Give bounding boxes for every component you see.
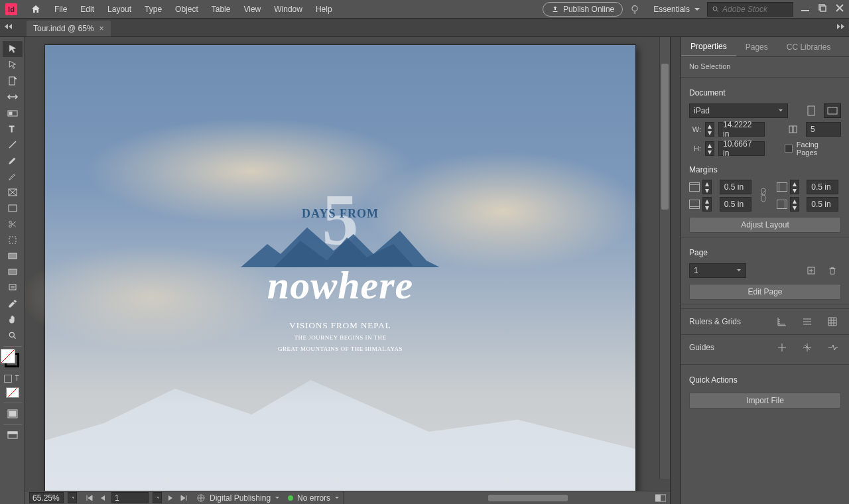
margin-top-field[interactable]: 0.5 in (720, 180, 751, 194)
margin-left-field[interactable]: 0.5 in (807, 180, 838, 194)
pages-count-field[interactable]: 5 (806, 122, 841, 137)
import-file-button[interactable]: Import File (689, 393, 841, 409)
next-page-button[interactable] (166, 495, 175, 501)
zoom-tool[interactable] (3, 328, 23, 344)
zoom-dropdown[interactable] (68, 492, 77, 503)
tab-cc-libraries[interactable]: CC Libraries (777, 37, 840, 56)
direct-selection-tool[interactable] (3, 57, 23, 73)
svg-point-0 (632, 5, 637, 11)
fill-stroke-swatch[interactable] (3, 349, 23, 372)
screen-mode-toggle[interactable] (3, 428, 23, 444)
tab-properties[interactable]: Properties (681, 37, 736, 56)
type-tool[interactable]: T (3, 121, 23, 137)
link-margins-icon[interactable] (759, 187, 771, 205)
free-transform-tool[interactable] (3, 232, 23, 248)
new-page-icon[interactable] (803, 263, 820, 278)
tab-pages[interactable]: Pages (736, 37, 777, 56)
prev-page-button[interactable] (98, 495, 107, 501)
page-number-field[interactable]: 1 (111, 492, 149, 503)
adobe-stock-search[interactable] (707, 2, 793, 17)
margin-bottom-icon (689, 200, 700, 209)
workspace-switcher[interactable]: Essentials (647, 5, 707, 14)
rulers-icon[interactable] (773, 314, 791, 329)
document-tab[interactable]: Tour.indd @ 65% × (27, 21, 111, 36)
hand-tool[interactable] (3, 312, 23, 328)
tips-icon[interactable] (623, 0, 647, 19)
edit-page-button[interactable]: Edit Page (689, 284, 841, 300)
snap-guides-icon[interactable] (824, 340, 841, 355)
right-panel-toggle-icon[interactable] (837, 23, 845, 32)
preflight-status[interactable]: No errors (284, 491, 344, 505)
menu-table[interactable]: Table (205, 0, 237, 19)
home-icon[interactable] (24, 0, 48, 19)
stock-search-input[interactable] (722, 5, 782, 14)
width-spinner[interactable]: ▴▾ (705, 122, 714, 137)
close-tab-icon[interactable]: × (99, 24, 104, 33)
guides-show-icon[interactable] (773, 340, 791, 355)
vertical-scrollbar[interactable] (659, 37, 670, 479)
margin-bottom-spinner[interactable]: ▴▾ (702, 197, 712, 212)
note-tool[interactable] (3, 280, 23, 296)
pen-tool[interactable] (3, 153, 23, 168)
page-tool[interactable] (3, 73, 23, 89)
gradient-feather-tool[interactable] (3, 264, 23, 280)
content-collector-tool[interactable] (3, 105, 23, 121)
orientation-portrait-button[interactable] (803, 103, 820, 118)
menu-window[interactable]: Window (267, 0, 309, 19)
status-flyout[interactable] (344, 491, 353, 505)
smart-guides-icon[interactable] (799, 340, 816, 355)
menu-help[interactable]: Help (309, 0, 339, 19)
apply-color[interactable] (3, 385, 23, 400)
height-field[interactable]: 10.6667 in (718, 141, 765, 156)
height-spinner[interactable]: ▴▾ (705, 141, 714, 156)
menu-layout[interactable]: Layout (101, 0, 138, 19)
margin-bottom-field[interactable]: 0.5 in (720, 197, 751, 212)
intent-selector[interactable]: Digital Publishing (192, 491, 284, 505)
adjust-layout-button[interactable]: Adjust Layout (689, 217, 841, 233)
margin-top-spinner[interactable]: ▴▾ (702, 180, 712, 194)
baseline-grid-icon[interactable] (799, 314, 816, 329)
page-select-dropdown[interactable]: 1 (689, 263, 746, 278)
rectangle-frame-tool[interactable] (3, 184, 23, 200)
rectangle-tool[interactable] (3, 200, 23, 216)
last-page-button[interactable] (179, 495, 188, 501)
margin-right-field[interactable]: 0.5 in (807, 197, 838, 212)
split-view-toggle[interactable] (651, 491, 670, 505)
maximize-button[interactable] (818, 4, 826, 14)
page-preset-dropdown[interactable]: iPad (689, 103, 788, 118)
zoom-level-field[interactable]: 65.25% (29, 492, 64, 503)
publish-online-button[interactable]: Publish Online (543, 2, 623, 17)
menu-object[interactable]: Object (168, 0, 205, 19)
menu-file[interactable]: File (48, 0, 74, 19)
line-tool[interactable] (3, 137, 23, 153)
margin-right-spinner[interactable]: ▴▾ (790, 197, 799, 212)
pencil-tool[interactable] (3, 168, 23, 184)
minimize-button[interactable] (801, 4, 809, 14)
menu-edit[interactable]: Edit (74, 0, 101, 19)
document-grid-icon[interactable] (824, 314, 841, 329)
close-button[interactable] (836, 4, 844, 14)
width-field[interactable]: 14.2222 in (718, 122, 765, 137)
format-container-text-toggle[interactable]: T (3, 372, 23, 385)
canvas[interactable]: 5 DAYS FROM nowhere VISIONS FROM NEPAL T… (25, 37, 670, 491)
view-mode-toggle[interactable] (3, 406, 23, 422)
artwork-block: 5 DAYS FROM nowhere VISIONS FROM NEPAL T… (45, 194, 635, 353)
left-panel-toggle-icon[interactable] (4, 23, 12, 32)
menu-view[interactable]: View (237, 0, 267, 19)
svg-rect-17 (9, 284, 16, 290)
delete-page-icon[interactable] (824, 263, 841, 278)
margin-left-spinner[interactable]: ▴▾ (790, 180, 799, 194)
orientation-landscape-button[interactable] (824, 103, 841, 118)
selection-tool[interactable] (3, 41, 23, 57)
eyedropper-tool[interactable] (3, 296, 23, 312)
menu-type[interactable]: Type (138, 0, 168, 19)
facing-pages-checkbox[interactable] (785, 145, 793, 153)
horizontal-scrollbar[interactable] (356, 494, 649, 502)
gap-tool[interactable] (3, 89, 23, 105)
svg-rect-26 (808, 106, 815, 115)
scissors-tool[interactable] (3, 216, 23, 232)
page-dropdown[interactable] (153, 492, 162, 503)
gradient-swatch-tool[interactable] (3, 248, 23, 264)
right-gutter[interactable] (670, 37, 681, 504)
first-page-button[interactable] (85, 495, 94, 501)
